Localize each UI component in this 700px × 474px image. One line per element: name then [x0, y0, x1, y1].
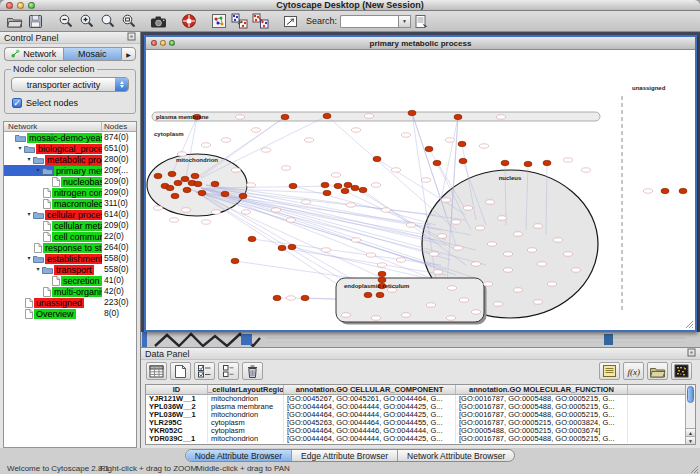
network-graph[interactable]: plasma membranecytoplasmmitochondrionnuc…	[146, 50, 695, 330]
node[interactable]	[321, 182, 329, 187]
tree-row-response-to-stimul[interactable]: response to stimul264(0)	[4, 242, 136, 253]
tab-mosaic[interactable]: Mosaic	[63, 47, 122, 61]
node[interactable]	[154, 173, 162, 178]
node[interactable]	[376, 292, 384, 297]
edge[interactable]	[201, 188, 446, 245]
tree-row-cellular-process[interactable]: ▾cellular process614(0)	[4, 209, 136, 220]
help-button[interactable]	[178, 12, 199, 31]
save-session-button[interactable]	[25, 12, 46, 31]
new-attribute-button[interactable]	[170, 362, 191, 380]
tree-row-nitrogen-compo[interactable]: nitrogen compo209(0)	[4, 187, 136, 198]
node[interactable]	[281, 114, 289, 119]
node[interactable]	[323, 190, 331, 195]
tree-expand-icon[interactable]: ▾	[16, 143, 24, 154]
node[interactable]	[301, 295, 309, 300]
node[interactable]	[359, 187, 367, 192]
table-row-ydr039c-1[interactable]: YDR039C__1mitochondrion[GO:0044464, GO:0…	[146, 435, 685, 443]
table-row-ypl036w-1[interactable]: YPL036W__1mitochondrion[GO:0044464, GO:0…	[146, 411, 685, 419]
link-network-button[interactable]	[250, 12, 271, 31]
node[interactable]	[364, 292, 372, 297]
tree-row-mosaic-demo-yeast[interactable]: mosaic-demo-yeast874(0)	[4, 132, 136, 143]
zoom-selected-region-button[interactable]	[118, 12, 139, 31]
attribute-table-button[interactable]	[146, 362, 167, 380]
zoom-window-button[interactable]	[28, 2, 35, 9]
edge[interactable]	[377, 159, 466, 215]
scrollbar-thumb[interactable]	[687, 386, 694, 403]
function-builder-button[interactable]: f(x)	[623, 362, 644, 380]
tree-expand-icon[interactable]: ▾	[34, 264, 42, 275]
attribute-table-scrollbar[interactable]: ▲ ▼	[685, 385, 695, 444]
window-titlebar[interactable]: Cytoscape Desktop (New Session)	[0, 0, 700, 11]
node[interactable]	[211, 181, 219, 186]
scroll-up-icon[interactable]: ▲	[686, 428, 695, 436]
node[interactable]	[239, 193, 247, 198]
copy-network-button[interactable]	[229, 12, 250, 31]
node[interactable]	[501, 160, 509, 165]
node[interactable]	[221, 191, 229, 196]
frame-close-button[interactable]	[151, 40, 157, 46]
network-canvas[interactable]: plasma membranecytoplasmmitochondrionnuc…	[146, 50, 695, 330]
node[interactable]	[433, 160, 441, 165]
zoom-out-button[interactable]	[55, 12, 76, 31]
tree-row-metabolic-process[interactable]: ▾metabolic process280(0)	[4, 154, 136, 165]
annotation-button[interactable]	[280, 12, 301, 31]
open-session-button[interactable]	[4, 12, 25, 31]
node[interactable]	[198, 190, 206, 195]
tree-column-nodes[interactable]: Nodes	[102, 122, 136, 131]
tree-row-biological-process[interactable]: ▾biological_process651(0)	[4, 143, 136, 154]
node[interactable]	[679, 188, 687, 193]
tree-expand-icon[interactable]: ▾	[25, 209, 33, 220]
tree-row-cellular-metabo[interactable]: cellular metabo209(0)	[4, 220, 136, 231]
window-resize-grip-icon[interactable]	[689, 464, 699, 474]
minimize-window-button[interactable]	[17, 2, 24, 9]
node[interactable]	[171, 193, 179, 198]
node[interactable]	[378, 271, 386, 276]
close-window-button[interactable]	[6, 2, 13, 9]
column-header-annotation-go-cellular-component[interactable]: annotation.GO CELLULAR_COMPONENT	[284, 385, 456, 394]
network-overview-button[interactable]	[208, 12, 229, 31]
tree-row-establishment-of-lo[interactable]: ▾establishment of lo558(0)	[4, 253, 136, 264]
node[interactable]	[181, 176, 189, 181]
frame-zoom-button[interactable]	[169, 40, 175, 46]
search-options-button[interactable]	[411, 12, 432, 31]
node[interactable]	[341, 188, 349, 193]
node[interactable]	[425, 146, 433, 151]
delete-attributes-button[interactable]	[242, 362, 263, 380]
table-row-ylr295c[interactable]: YLR295Ccytoplasm[GO:0045263, GO:0044464,…	[146, 419, 685, 427]
node[interactable]	[168, 171, 176, 176]
import-attributes-button[interactable]	[647, 362, 668, 380]
node[interactable]	[408, 110, 416, 115]
node[interactable]	[334, 183, 342, 188]
search-dropdown-button[interactable]: ▼	[398, 15, 411, 28]
table-row-yjr121w-1[interactable]: YJR121W__1mitochondrion[GO:0045267, GO:0…	[146, 395, 685, 403]
tab-overflow-button[interactable]: ▶	[121, 47, 136, 61]
float-data-panel-icon[interactable]	[687, 348, 696, 359]
node[interactable]	[344, 182, 352, 187]
node[interactable]	[454, 114, 462, 119]
tree-row-overview[interactable]: Overview8(0)	[4, 308, 136, 319]
node[interactable]	[459, 158, 467, 163]
tab-edge-attribute-browser[interactable]: Edge Attribute Browser	[292, 450, 398, 461]
edge[interactable]	[191, 190, 431, 265]
zoom-in-button[interactable]	[76, 12, 97, 31]
node[interactable]	[351, 185, 359, 190]
node[interactable]	[524, 161, 532, 166]
snapshot-button[interactable]	[148, 12, 169, 31]
tree-row-transport[interactable]: ▾transport558(0)	[4, 264, 136, 275]
zoom-fit-button[interactable]	[97, 12, 118, 31]
float-control-panel-icon[interactable]	[127, 32, 136, 43]
node[interactable]	[543, 160, 551, 165]
node[interactable]	[323, 113, 331, 118]
column-header-cellularlayoutregion[interactable]: _cellularLayoutRegion	[208, 385, 284, 394]
tab-network-attribute-browser[interactable]: Network Attribute Browser	[398, 450, 514, 461]
tree-expand-icon[interactable]: ▾	[25, 154, 33, 165]
unselect-attributes-button[interactable]	[218, 362, 239, 380]
node[interactable]	[661, 188, 669, 193]
column-header-id[interactable]: ID	[146, 385, 208, 394]
tab-network[interactable]: Network	[4, 47, 63, 61]
node[interactable]	[231, 258, 239, 263]
column-header-annotation-go-molecular-function[interactable]: annotation.GO MOLECULAR_FUNCTION	[456, 385, 628, 394]
node[interactable]	[378, 277, 386, 282]
tree-row-primary-metabo[interactable]: ▾primary metabo209(...	[4, 165, 136, 176]
frame-resize-grip-icon[interactable]	[684, 319, 694, 329]
